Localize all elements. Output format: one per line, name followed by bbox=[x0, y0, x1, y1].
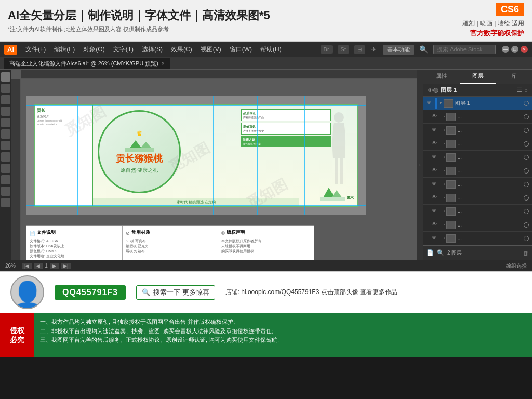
hand-tool[interactable] bbox=[1, 198, 10, 207]
type-tool[interactable] bbox=[1, 107, 10, 116]
tab-label: 高端企业文化墙源文件AIcs6.ai* @ 26% (CMYK/GPU 预览) bbox=[9, 60, 158, 68]
layer-item-2[interactable]: 👁 › ... bbox=[423, 110, 532, 124]
zoom-level: 26% bbox=[5, 263, 16, 269]
pen-tool[interactable] bbox=[1, 95, 10, 104]
zoom-tool[interactable] bbox=[1, 187, 10, 196]
menu-file[interactable]: 文件(F) bbox=[21, 44, 50, 56]
basic-func-btn[interactable]: 基本功能 bbox=[383, 45, 414, 55]
layer-thumb-11 bbox=[446, 234, 456, 243]
selection-tool[interactable] bbox=[1, 72, 10, 82]
active-tab[interactable]: 高端企业文化墙源文件AIcs6.ai* @ 26% (CMYK/GPU 预览) … bbox=[4, 58, 170, 69]
tab-close-button[interactable]: × bbox=[162, 61, 165, 66]
user-avatar[interactable]: 👤 bbox=[10, 275, 44, 309]
layer-bar-9 bbox=[441, 206, 442, 217]
layer-item-5[interactable]: 👁 › ... bbox=[423, 151, 532, 164]
info-col1-text: 文件格式: AI CS6 软件版本: CS6及以上 颜色模式: CMYK 文件用… bbox=[30, 238, 119, 259]
layer-arrow-1[interactable]: ▼ bbox=[438, 101, 443, 105]
menu-help[interactable]: 帮助(H) bbox=[256, 44, 286, 56]
menu-object[interactable]: 对象(O) bbox=[79, 44, 109, 56]
layer-arrow-2[interactable]: › bbox=[444, 114, 445, 119]
menu-view[interactable]: 视图(V) bbox=[196, 44, 225, 56]
nav-prev-btn[interactable]: ◀ bbox=[34, 263, 43, 269]
layer-arrow-6[interactable]: › bbox=[444, 168, 445, 173]
layer-eye-7[interactable]: 👁 bbox=[432, 181, 439, 188]
layer-item-1[interactable]: 👁 ▼ 图层 1 bbox=[423, 97, 532, 110]
layer-eye-11[interactable]: 👁 bbox=[432, 235, 439, 242]
minimize-button[interactable]: — bbox=[502, 46, 509, 53]
layer-arrow-7[interactable]: › bbox=[444, 182, 445, 187]
layer-eye-3[interactable]: 👁 bbox=[432, 127, 439, 134]
rotate-tool[interactable] bbox=[1, 141, 10, 150]
circle-logo-sub: 原自然·健康之礼 bbox=[121, 167, 158, 174]
menu-select[interactable]: 选择(S) bbox=[138, 44, 167, 56]
eyedropper-tool[interactable] bbox=[1, 175, 10, 184]
close-button[interactable]: × bbox=[521, 46, 528, 53]
layer-arrow-10[interactable]: › bbox=[444, 222, 445, 227]
legal-line-1: 一、我方作品均为独立原创, 且独家授权于我图网平台出售,并作版权确权保护; bbox=[40, 317, 526, 327]
tab-layers[interactable]: 图层 bbox=[460, 70, 496, 84]
maximize-button[interactable]: □ bbox=[511, 46, 518, 53]
layer-eye-4[interactable]: 👁 bbox=[432, 140, 439, 148]
stock-icon[interactable]: St bbox=[338, 45, 349, 54]
layer-item-4[interactable]: 👁 › ... bbox=[423, 137, 532, 151]
header-banner: AI全矢量分层｜制作说明｜字体文件｜高清效果图*5 *注:文件为AI软件制作 此… bbox=[0, 0, 532, 42]
layer-item-3[interactable]: 👁 › ... bbox=[423, 124, 532, 137]
direct-select-tool[interactable] bbox=[1, 84, 10, 93]
nav-next-btn[interactable]: ▶ bbox=[50, 263, 59, 269]
layer-eye-5[interactable]: 👁 bbox=[432, 154, 439, 161]
menu-window[interactable]: 窗口(W) bbox=[225, 44, 256, 56]
nav-last-btn[interactable]: ▶| bbox=[61, 263, 71, 269]
store-link: 店铺: hi.ooopic.com/QQ455791F3 点击顶部头像 查看更多… bbox=[225, 288, 397, 297]
info-col2-title: 常用材质 bbox=[131, 229, 150, 236]
adobe-stock-search[interactable] bbox=[433, 45, 496, 54]
panel-visibility-icon[interactable]: 👁 bbox=[428, 87, 433, 94]
panel-menu-icon[interactable]: ☰ bbox=[517, 87, 522, 94]
nav-first-btn[interactable]: |◀ bbox=[22, 263, 32, 269]
info-col3-text: 本文件版权归原作者所有 未经授权不得商用 购买即获得使用授权 bbox=[221, 238, 311, 254]
layer-arrow-11[interactable]: › bbox=[444, 236, 445, 241]
layer-arrow-4[interactable]: › bbox=[444, 141, 445, 146]
layer-item-8[interactable]: 👁 › ... bbox=[423, 191, 532, 205]
guide-line-h1 bbox=[26, 105, 366, 106]
move-up-btn[interactable]: 🔍 bbox=[437, 249, 444, 256]
layer-item-9[interactable]: 👁 › ... bbox=[423, 205, 532, 218]
grid-icon[interactable]: ⊞ bbox=[354, 45, 365, 54]
layer-arrow-8[interactable]: › bbox=[444, 195, 445, 200]
layer-bar-7 bbox=[441, 179, 442, 190]
tab-properties[interactable]: 属性 bbox=[423, 70, 460, 84]
new-layer-btn[interactable]: 📄 bbox=[427, 249, 434, 256]
search-promo-btn[interactable]: 🔍 搜索一下 更多惊喜 bbox=[136, 285, 215, 300]
layer-item-7[interactable]: 👁 › ... bbox=[423, 178, 532, 191]
panel-options-btn[interactable]: ○ bbox=[524, 87, 528, 94]
menu-effect[interactable]: 效果(C) bbox=[167, 44, 196, 56]
menu-text[interactable]: 文字(T) bbox=[109, 44, 138, 56]
layer-bar-3 bbox=[441, 125, 442, 136]
bridge-icon[interactable]: Br bbox=[321, 45, 332, 54]
layer-eye-9[interactable]: 👁 bbox=[432, 208, 439, 215]
layer-arrow-3[interactable]: › bbox=[444, 128, 445, 132]
layer-eye-2[interactable]: 👁 bbox=[432, 113, 439, 121]
layer-eye-6[interactable]: 👁 bbox=[432, 167, 439, 175]
delete-layer-btn[interactable]: 🗑 bbox=[523, 250, 529, 256]
send-icon[interactable]: ✈ bbox=[370, 45, 377, 54]
layer-item-10[interactable]: 👁 › ... bbox=[423, 218, 532, 232]
layers-list[interactable]: 👁 ▼ 图层 1 👁 › ... 👁 › ... bbox=[423, 97, 532, 245]
layer-arrow-5[interactable]: › bbox=[444, 155, 445, 159]
tab-library[interactable]: 库 bbox=[496, 70, 532, 84]
layer-circle-5 bbox=[524, 155, 529, 160]
window-controls: — □ × bbox=[502, 46, 528, 53]
layer-arrow-9[interactable]: › bbox=[444, 209, 445, 214]
panel-collapse-btn[interactable]: › bbox=[417, 70, 423, 260]
shape-tool[interactable] bbox=[1, 118, 10, 127]
scale-tool[interactable] bbox=[1, 152, 10, 162]
layer-item-11[interactable]: 👁 › ... bbox=[423, 232, 532, 245]
layer-item-6[interactable]: 👁 › ... bbox=[423, 164, 532, 178]
blend-tool[interactable] bbox=[1, 164, 10, 173]
circle-logo-text: 贡长猕猴桃 bbox=[116, 152, 163, 165]
brush-tool[interactable] bbox=[1, 129, 10, 139]
layer-eye-1[interactable]: 👁 bbox=[427, 100, 434, 107]
canvas-area[interactable]: 300S300S250S180S300S 贡长 企业简介 Lorem ipsum… bbox=[11, 70, 417, 260]
layer-eye-8[interactable]: 👁 bbox=[432, 194, 439, 202]
menu-edit[interactable]: 编辑(E) bbox=[50, 44, 79, 56]
layer-eye-10[interactable]: 👁 bbox=[432, 221, 439, 229]
